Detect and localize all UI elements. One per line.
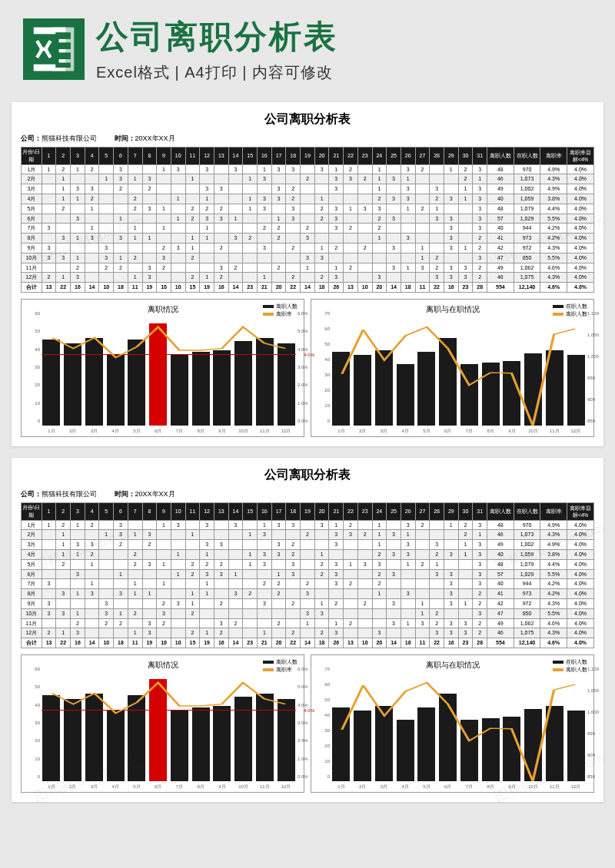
table-row: 7月3111122232233409444.2%4.0% bbox=[22, 224, 594, 234]
chart-legend: 离职人数 离职率 bbox=[263, 658, 298, 674]
table-row: 6月3112331132323333571,0295.5%4.0% bbox=[22, 569, 594, 579]
template-title: 公司离职分析表 bbox=[96, 15, 592, 58]
template-header: 公司离职分析表 Excel格式 | A4打印 | 内容可修改 bbox=[0, 0, 615, 91]
table-row: 2月11313113233213121461,0734.3%4.0% bbox=[22, 174, 594, 184]
chart-legend: 离职人数 离职率 bbox=[263, 303, 298, 318]
table-row: 4月112211133212332313401,0593.8%4.0% bbox=[22, 549, 594, 559]
chart-legend: 在职人数 离职人数 bbox=[553, 658, 587, 674]
table-row: 11月222323221123132332491,0624.6%4.0% bbox=[22, 618, 594, 628]
sheet-meta: 公司：熊猫科技有限公司 时间：20XX年XX月 bbox=[21, 489, 594, 499]
table-row: 8月3133111132231332419734.2%4.0% bbox=[22, 234, 594, 244]
table-row: 3月133223332313313491,0024.9%4.0% bbox=[22, 184, 594, 194]
table-row: 12月21313212122333332461,0754.3%4.0% bbox=[22, 273, 594, 283]
chart-headcount: 离职与在职情况 在职人数 离职人数 010203040506070 850900… bbox=[311, 654, 594, 793]
chart-legend: 在职人数 离职人数 bbox=[553, 303, 587, 318]
excel-icon bbox=[23, 18, 85, 80]
data-table: 月份\日期12345678910111213141516171819202122… bbox=[21, 147, 594, 293]
table-row: 7月3111122232233409444.2%4.0% bbox=[22, 579, 594, 589]
sheet-meta: 公司：熊猫科技有限公司 时间：20XX年XX月 bbox=[21, 134, 594, 144]
table-row: 9月3323123212231312429724.3%4.0% bbox=[22, 598, 594, 608]
chart-headcount: 离职与在职情况 在职人数 离职人数 010203040506070 850900… bbox=[311, 299, 594, 437]
chart-turnover: 离职情况 离职人数 离职率 0102030405060 0.0%1.0%2.0%… bbox=[21, 299, 304, 437]
sheet-title: 公司离职分析表 bbox=[21, 467, 594, 483]
total-row: 合计13221614101811191010151916142321202214… bbox=[22, 638, 594, 648]
table-row: 1月121231333133312132123489704.9%4.0% bbox=[22, 164, 594, 174]
table-row: 2月11313113233213121461,0734.3%4.0% bbox=[22, 530, 594, 540]
table-row: 6月3112331132323333571,0295.5%4.0% bbox=[22, 214, 594, 224]
table-row: 9月3323123212231312429724.3%4.0% bbox=[22, 243, 594, 253]
table-row: 10月3313123233123478505.5%4.0% bbox=[22, 608, 594, 618]
total-row: 合计13221614101811191010151916142321202214… bbox=[22, 283, 594, 293]
table-row: 1月121231333133312132123489704.9%4.0% bbox=[22, 520, 594, 530]
template-subtitle: Excel格式 | A4打印 | 内容可修改 bbox=[96, 62, 592, 83]
table-row: 5月21231222133231331213481,0794.4%4.0% bbox=[22, 559, 594, 569]
data-table: 月份\日期12345678910111213141516171819202122… bbox=[21, 502, 594, 648]
table-row: 10月3313123233123478505.5%4.0% bbox=[22, 253, 594, 263]
sheet-title: 公司离职分析表 bbox=[21, 111, 594, 128]
table-row: 11月222323221123132332491,0624.6%4.0% bbox=[22, 263, 594, 273]
table-row: 4月112211133212332313401,0593.8%4.0% bbox=[22, 194, 594, 204]
table-row: 3月133223332313313491,0024.9%4.0% bbox=[22, 540, 594, 550]
table-row: 8月3133111132231332419734.2%4.0% bbox=[22, 589, 594, 599]
chart-turnover: 离职情况 离职人数 离职率 0102030405060 0.0%1.0%2.0%… bbox=[21, 654, 304, 793]
sheet: 公司离职分析表 公司：熊猫科技有限公司 时间：20XX年XX月 月份\日期123… bbox=[12, 102, 603, 446]
table-row: 12月21313212122333332461,0754.3%4.0% bbox=[22, 628, 594, 638]
table-row: 5月21231222133231331213481,0794.4%4.0% bbox=[22, 204, 594, 214]
sheet: 公司离职分析表 公司：熊猫科技有限公司 时间：20XX年XX月 月份\日期123… bbox=[12, 458, 603, 802]
